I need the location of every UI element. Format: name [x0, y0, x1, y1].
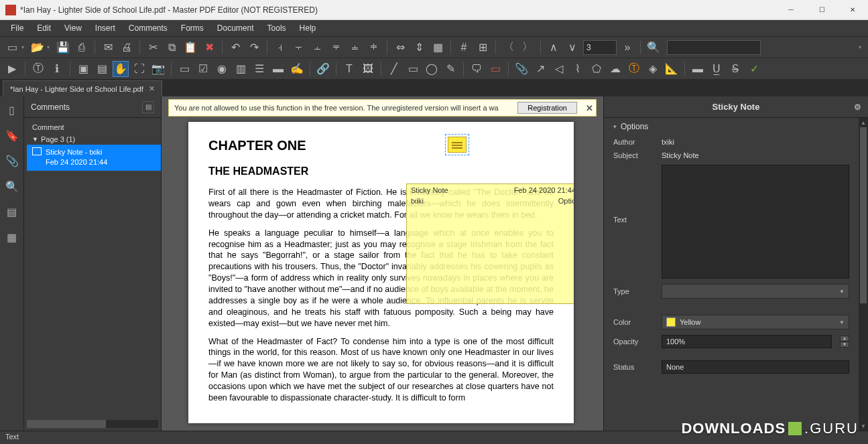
document-viewport[interactable]: You are not allowed to use this function…: [162, 96, 603, 431]
color-select[interactable]: Yellow ▼: [662, 315, 849, 329]
search-rail-icon[interactable]: 🔍: [4, 178, 20, 194]
underline-icon[interactable]: U̲: [708, 61, 725, 77]
comment-page-row[interactable]: ▼ Page 3 (1): [27, 134, 161, 145]
page-down-icon[interactable]: ∨: [564, 40, 580, 56]
distribute-v-icon[interactable]: ⇕: [411, 40, 427, 56]
redo-icon[interactable]: ↷: [246, 40, 262, 56]
grid-icon[interactable]: #: [456, 40, 472, 56]
align-center-icon[interactable]: ⫟: [291, 40, 307, 56]
distribute-h-icon[interactable]: ⇔: [392, 40, 408, 56]
rectangle-icon[interactable]: ▭: [405, 61, 421, 77]
comments-options-icon[interactable]: ▤: [142, 101, 154, 113]
polyline-icon[interactable]: ⌇: [570, 61, 586, 77]
chevron-down-icon[interactable]: ▾: [859, 44, 864, 50]
comment-item[interactable]: Sticky Note - txiki Feb 24 2020 21:44: [27, 145, 161, 171]
properties-scrollbar[interactable]: ▲ ▼: [859, 118, 868, 431]
document-tab[interactable]: *Ian Hay - Lighter Side of School Life.p…: [3, 80, 162, 96]
maximize-button[interactable]: ☐: [806, 0, 837, 20]
measure-icon[interactable]: 📐: [664, 61, 680, 77]
checkbox-icon[interactable]: ☑: [195, 61, 211, 77]
delete-icon[interactable]: ✖: [201, 40, 217, 56]
menu-document[interactable]: Document: [210, 21, 261, 35]
align-right-icon[interactable]: ⫠: [310, 40, 326, 56]
align-middle-icon[interactable]: ⫨: [347, 40, 363, 56]
undo-icon[interactable]: ↶: [227, 40, 243, 56]
panel-settings-icon[interactable]: ⚙: [854, 102, 861, 112]
chevron-down-icon[interactable]: ▾: [21, 44, 27, 50]
text-select-icon[interactable]: Ⓣ: [30, 61, 46, 77]
tree-expand-icon[interactable]: ▼: [32, 136, 38, 143]
open-icon[interactable]: 📂: [29, 40, 46, 56]
menu-file[interactable]: File: [4, 21, 30, 35]
button-form-icon[interactable]: ▬: [270, 61, 286, 77]
type-select[interactable]: ▼: [662, 284, 849, 299]
attachments-rail-icon[interactable]: 📎: [4, 153, 20, 169]
menu-view[interactable]: View: [58, 21, 88, 35]
menu-tools[interactable]: Tools: [261, 21, 293, 35]
same-size-icon[interactable]: ▦: [430, 40, 446, 56]
highlight-text-icon[interactable]: ▬: [690, 61, 706, 77]
snapshot-icon[interactable]: 📷: [150, 61, 166, 77]
fields-rail-icon[interactable]: ▦: [4, 229, 20, 245]
tab-close-icon[interactable]: ✕: [149, 84, 155, 93]
menu-edit[interactable]: Edit: [30, 21, 58, 35]
edit-text-icon[interactable]: ℹ: [49, 61, 65, 77]
subject-value[interactable]: Sticky Note: [662, 151, 849, 159]
copy-icon[interactable]: ⧉: [164, 40, 180, 56]
mail-icon[interactable]: ✉: [100, 40, 116, 56]
registration-button[interactable]: Registration: [517, 102, 577, 114]
insert-text-icon[interactable]: T: [341, 61, 357, 77]
marquee-icon[interactable]: ⛶: [131, 61, 147, 77]
popup-options[interactable]: Optio: [558, 197, 574, 205]
align-top-icon[interactable]: ⫧: [328, 40, 345, 56]
cloud-icon[interactable]: ☁: [607, 61, 623, 77]
print-icon[interactable]: 🖨: [119, 40, 135, 56]
save-icon[interactable]: 💾: [55, 40, 71, 56]
snap-icon[interactable]: ⊞: [475, 40, 491, 56]
form-icon[interactable]: ▤: [94, 61, 110, 77]
align-left-icon[interactable]: ⫞: [272, 40, 288, 56]
pencil-icon[interactable]: ✎: [442, 61, 458, 77]
opacity-input[interactable]: 100%: [662, 335, 832, 348]
options-section[interactable]: Options: [604, 118, 859, 135]
prev-page-icon[interactable]: 〈: [501, 40, 517, 56]
new-icon[interactable]: ▭: [4, 40, 20, 56]
strikeout-icon[interactable]: S̶: [727, 61, 743, 77]
polygon-icon[interactable]: ⬠: [588, 61, 605, 77]
radio-icon[interactable]: ◉: [214, 61, 230, 77]
hand-tool-icon[interactable]: ✋: [113, 61, 129, 77]
text-box-icon[interactable]: Ⓣ: [626, 61, 642, 77]
align-bottom-icon[interactable]: ⫩: [366, 40, 382, 56]
opacity-spinner[interactable]: ▲▼: [840, 336, 849, 348]
ellipse-icon[interactable]: ◯: [424, 61, 440, 77]
save-as-icon[interactable]: ⎙: [74, 40, 90, 56]
search-icon[interactable]: 🔍: [645, 40, 662, 56]
go-last-icon[interactable]: »: [619, 40, 635, 56]
edit-object-icon[interactable]: ▣: [75, 61, 91, 77]
menu-help[interactable]: Help: [293, 21, 323, 35]
stamp-icon[interactable]: ◈: [645, 61, 661, 77]
link-icon[interactable]: 🔗: [315, 61, 331, 77]
comments-scrollbar[interactable]: [27, 420, 158, 428]
attachment-icon[interactable]: 📎: [513, 61, 530, 77]
sticky-note-annotation-icon[interactable]: [448, 137, 467, 153]
text-input[interactable]: [662, 165, 849, 279]
highlight-rect-icon[interactable]: ▭: [487, 61, 503, 77]
search-input[interactable]: [667, 40, 761, 55]
status-select[interactable]: None: [662, 360, 849, 374]
arrow-icon[interactable]: ↗: [532, 61, 548, 77]
banner-close-icon[interactable]: ✕: [582, 103, 596, 113]
pointer-icon[interactable]: ▶: [4, 61, 20, 77]
close-button[interactable]: ✕: [837, 0, 868, 20]
author-value[interactable]: txiki: [662, 138, 849, 146]
menu-insert[interactable]: Insert: [88, 21, 122, 35]
minimize-button[interactable]: ─: [776, 0, 806, 20]
insert-image-icon[interactable]: 🖼: [360, 61, 376, 77]
menu-forms[interactable]: Forms: [174, 21, 210, 35]
page-number-input[interactable]: [583, 40, 617, 55]
menu-comments[interactable]: Comments: [122, 21, 174, 35]
bookmarks-icon[interactable]: 🔖: [4, 127, 20, 143]
page-up-icon[interactable]: ∧: [546, 40, 562, 56]
sticky-note-popup[interactable]: Sticky Note Feb 24 2020 21:44 txiki Opti…: [406, 183, 574, 304]
pdf-page[interactable]: CHAPTER ONE THE HEADMASTER First of all …: [188, 122, 574, 423]
